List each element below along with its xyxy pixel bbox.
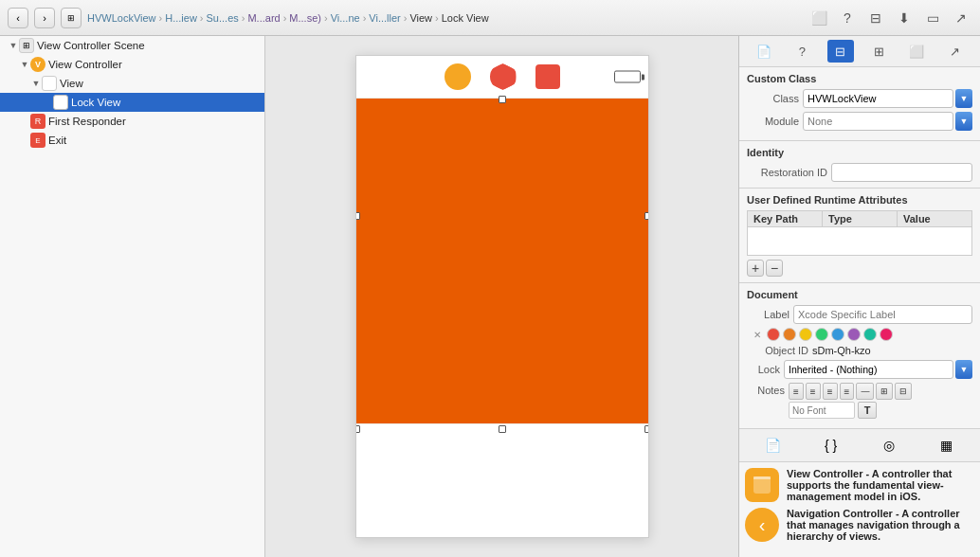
breadcrumb-item-5[interactable]: M...se) (289, 12, 321, 24)
notes-align-justify[interactable]: ≡ (840, 383, 855, 400)
scene-tree: ⊞ View Controller Scene V View Controlle… (0, 36, 265, 557)
resize-handle-bottom[interactable] (499, 425, 506, 433)
bottom-tab-bar: 📄 { } ◎ ▦ (739, 429, 980, 462)
custom-class-title: Custom Class (747, 73, 972, 84)
bottom-tab-brace[interactable]: { } (818, 434, 844, 457)
resize-handle-top[interactable] (499, 96, 506, 103)
vc-info-card: View Controller - A controller that supp… (745, 468, 974, 502)
tab-file[interactable]: 📄 (751, 40, 777, 63)
help-icon-btn[interactable]: ? (836, 7, 859, 29)
tab-size[interactable]: ⬜ (903, 40, 930, 63)
notes-dash[interactable]: — (856, 383, 874, 400)
identity-icon-btn[interactable]: ⊟ (864, 7, 887, 29)
phone-top-bar (356, 56, 648, 99)
object-id-label: Object ID (747, 345, 808, 356)
document-label-row: Label (747, 305, 972, 324)
color-orange[interactable] (783, 328, 796, 341)
breadcrumb-item-3[interactable]: Su...es (207, 12, 239, 24)
breadcrumb-item-6[interactable]: Vi...ne (331, 12, 360, 24)
notes-list[interactable]: ⊞ (876, 383, 893, 400)
color-yellow[interactable] (799, 328, 812, 341)
share-icon-btn[interactable]: ↗ (950, 7, 972, 29)
notes-align-center[interactable]: ≡ (806, 383, 821, 400)
lock-dropdown-btn[interactable]: ▼ (955, 360, 972, 379)
identity-section: Identity Restoration ID (739, 141, 980, 189)
notes-btn-row: ≡ ≡ ≡ ≡ — ⊞ ⊟ (789, 383, 972, 400)
notes-row: Notes ≡ ≡ ≡ ≡ — ⊞ ⊟ T (747, 383, 972, 419)
toolbar-right: ⬜ ? ⊟ ⬇ ▭ ↗ (808, 7, 972, 29)
doc-label-input[interactable] (793, 305, 972, 324)
col-type: Type (823, 211, 898, 226)
lock-input-group: ▼ (784, 360, 972, 379)
module-row: Module ▼ (747, 112, 972, 131)
bottom-tab-file[interactable]: 📄 (760, 434, 787, 457)
tree-item-exit[interactable]: E Exit (0, 131, 264, 150)
notes-unlist[interactable]: ⊟ (895, 383, 912, 400)
notes-align-left[interactable]: ≡ (789, 383, 804, 400)
color-purple[interactable] (847, 328, 861, 341)
tree-item-vc[interactable]: V View Controller (0, 55, 264, 74)
color-teal[interactable] (863, 328, 877, 341)
resize-handle-bottom-right[interactable] (644, 425, 649, 433)
tab-connections[interactable]: ↗ (942, 40, 969, 63)
color-red[interactable] (767, 328, 780, 341)
forward-button[interactable]: › (34, 8, 55, 28)
tree-item-lockview[interactable]: Lock View (0, 93, 264, 112)
color-blue[interactable] (831, 328, 844, 341)
tree-item-scene[interactable]: ⊞ View Controller Scene (0, 36, 264, 55)
view-icon (42, 76, 57, 91)
color-pink[interactable] (880, 328, 893, 341)
lockview-icon (53, 95, 68, 110)
color-green[interactable] (815, 328, 828, 341)
phone-icon-3 (535, 64, 560, 89)
tab-help[interactable]: ? (789, 40, 815, 63)
resize-handle-right[interactable] (644, 212, 649, 220)
bottom-tab-grid[interactable]: ▦ (934, 434, 960, 457)
breadcrumb-item-1[interactable]: HVWLockView (87, 12, 156, 24)
notes-label: Notes (747, 385, 785, 396)
class-dropdown-btn[interactable]: ▼ (955, 89, 972, 108)
remove-attribute-btn[interactable]: − (766, 260, 783, 277)
nav-card-text: Navigation Controller - A controller tha… (787, 508, 974, 542)
tree-item-responder[interactable]: R First Responder (0, 112, 264, 131)
color-clear[interactable]: ✕ (751, 328, 764, 341)
lock-view-orange[interactable] (356, 99, 648, 425)
tree-item-view[interactable]: View (0, 74, 264, 93)
notes-font-T[interactable]: T (858, 402, 877, 419)
grid-button[interactable]: ⊞ (61, 8, 82, 28)
notes-font-input[interactable] (789, 402, 855, 419)
nav-card-title: Navigation Controller - A controller tha… (787, 508, 974, 542)
breadcrumb-item-9[interactable]: Lock View (442, 12, 489, 24)
add-attribute-btn[interactable]: + (747, 260, 764, 277)
bottom-tab-circle[interactable]: ◎ (876, 434, 902, 457)
device-icon-btn[interactable]: ▭ (921, 7, 944, 29)
resize-handle-bottom-left[interactable] (355, 425, 360, 433)
breadcrumb-item-2[interactable]: H...iew (165, 12, 197, 24)
tree-label-view: View (60, 78, 83, 89)
breadcrumb-item-7[interactable]: Vi...ller (369, 12, 400, 24)
toolbar: ‹ › ⊞ HVWLockView › H...iew › Su...es › … (0, 0, 980, 36)
tree-label-exit: Exit (48, 135, 66, 146)
canvas-area[interactable] (265, 36, 738, 557)
resize-handle-left[interactable] (355, 212, 360, 220)
file-icon-btn[interactable]: ⬜ (808, 7, 830, 29)
lock-row: Lock ▼ (747, 360, 972, 379)
notes-align-right[interactable]: ≡ (823, 383, 838, 400)
lock-input[interactable] (784, 360, 953, 379)
responder-icon: R (30, 114, 45, 129)
module-input[interactable] (803, 112, 953, 131)
vc-card-icon (745, 468, 779, 502)
breadcrumb-item-8[interactable]: View (409, 12, 432, 24)
back-button[interactable]: ‹ (8, 8, 28, 28)
download-icon-btn[interactable]: ⬇ (893, 7, 916, 29)
class-input[interactable] (803, 89, 953, 108)
restoration-input[interactable] (831, 163, 972, 182)
breadcrumb-item-4[interactable]: M...ard (247, 12, 280, 24)
module-dropdown-btn[interactable]: ▼ (955, 112, 972, 131)
document-section: Document Label ✕ (739, 283, 980, 429)
user-defined-table-header: Key Path Type Value (747, 210, 972, 227)
tree-arrow-vc (19, 59, 30, 70)
tab-identity[interactable]: ⊟ (827, 40, 854, 63)
tab-attributes[interactable]: ⊞ (865, 40, 892, 63)
class-row: Class ▼ (747, 89, 972, 108)
